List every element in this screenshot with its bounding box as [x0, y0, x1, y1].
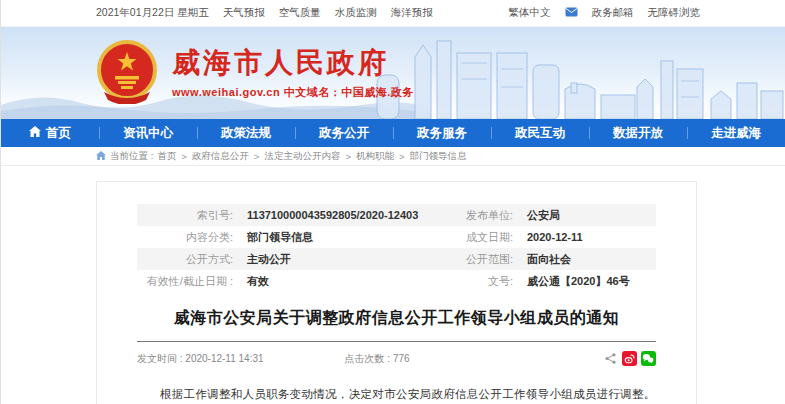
- topbar-right-group: 繁体中文 政务邮箱 无障碍浏览: [509, 6, 701, 20]
- article-meta: 发文时间 : 2020-12-11 14:31 点击次数 : 776: [137, 351, 656, 366]
- nav-item-label: 首页: [46, 125, 71, 142]
- topbar-link-water-quality[interactable]: 水质监测: [335, 6, 377, 20]
- topbar-link-air-quality[interactable]: 空气质量: [279, 6, 321, 20]
- topbar-link-gov-mail[interactable]: 政务邮箱: [592, 6, 634, 20]
- info-label-category: 内容分类:: [137, 230, 247, 245]
- publish-time-value: 2020-12-11 14:31: [185, 353, 263, 364]
- city-skyline-illustration: [375, 39, 785, 119]
- article-panel: 索引号: 113710000043592805/2020-12403 发布单位:…: [96, 181, 697, 404]
- info-value-disclosure-scope: 面向社会: [527, 252, 656, 267]
- nav-item-news[interactable]: 资讯中心: [99, 119, 197, 147]
- breadcrumb-item-gov-info[interactable]: 政府信息公开: [192, 150, 249, 163]
- info-label-validity: 有效性/截止日期 :: [137, 274, 247, 289]
- info-label-date-written: 成文日期:: [432, 230, 527, 245]
- info-label-disclosure-scope: 公开范围:: [432, 252, 527, 267]
- site-name[interactable]: 威海市人民政府: [172, 48, 414, 79]
- publish-time: 发文时间 : 2020-12-11 14:31: [137, 352, 345, 366]
- title-divider: [137, 341, 656, 342]
- breadcrumb-item-statutory-disclosure[interactable]: 法定主动公开内容: [264, 150, 340, 163]
- nav-item-interaction[interactable]: 政民互动: [491, 119, 589, 147]
- info-value-category: 部门领导信息: [247, 230, 432, 245]
- info-value-disclosure-method: 主动公开: [247, 252, 432, 267]
- info-value-issuing-unit: 公安局: [527, 208, 656, 223]
- table-row: 内容分类: 部门领导信息 成文日期: 2020-12-11: [137, 226, 656, 248]
- site-url-line: www.weihai.gov.cn 中文域名：中国威海.政务: [172, 85, 414, 100]
- info-value-doc-number: 威公通【2020】46号: [527, 274, 656, 289]
- nav-item-open-data[interactable]: 数据开放: [589, 119, 687, 147]
- info-label-disclosure-method: 公开方式:: [137, 252, 247, 267]
- document-info-table: 索引号: 113710000043592805/2020-12403 发布单位:…: [137, 204, 656, 292]
- share-icon[interactable]: [603, 351, 618, 366]
- nav-item-services[interactable]: 政务服务: [393, 119, 491, 147]
- nav-item-home[interactable]: 首页: [1, 119, 99, 147]
- breadcrumb-separator: >: [345, 151, 351, 162]
- breadcrumb-separator: >: [181, 151, 187, 162]
- site-header-banner: 威海市人民政府 www.weihai.gov.cn 中文域名：中国威海.政务: [1, 27, 785, 119]
- nav-item-gov-info[interactable]: 政务公开: [295, 119, 393, 147]
- info-value-index-no: 113710000043592805/2020-12403: [247, 209, 432, 221]
- page: 2021年01月22日 星期五 天气预报 空气质量 水质监测 海洋预报 繁体中文…: [0, 0, 785, 404]
- nav-item-label: 政策法规: [221, 125, 271, 142]
- nav-item-label: 资讯中心: [123, 125, 173, 142]
- home-icon: [29, 126, 41, 140]
- click-count: 点击次数 : 776: [345, 352, 553, 366]
- topbar-link-accessibility[interactable]: 无障碍浏览: [648, 6, 701, 20]
- table-row: 索引号: 113710000043592805/2020-12403 发布单位:…: [137, 204, 656, 226]
- nav-item-label: 政务服务: [417, 125, 467, 142]
- breadcrumb-prefix: 当前位置 :: [110, 150, 153, 163]
- wechat-share-icon[interactable]: [641, 351, 656, 366]
- weibo-share-icon[interactable]: [622, 351, 637, 366]
- breadcrumb: 当前位置 : 首页 > 政府信息公开 > 法定主动公开内容 > 机构职能 > 部…: [1, 147, 785, 166]
- table-row: 公开方式: 主动公开 公开范围: 面向社会: [137, 248, 656, 270]
- nav-item-label: 政民互动: [515, 125, 565, 142]
- top-utility-bar: 2021年01月22日 星期五 天气预报 空气质量 水质监测 海洋预报 繁体中文…: [1, 0, 785, 27]
- info-label-doc-number: 文号:: [432, 274, 527, 289]
- nav-item-label: 政务公开: [319, 125, 369, 142]
- info-label-issuing-unit: 发布单位:: [432, 208, 527, 223]
- info-value-validity: 有效: [247, 274, 432, 289]
- nav-item-policies[interactable]: 政策法规: [197, 119, 295, 147]
- mail-icon: [565, 7, 578, 19]
- current-date: 2021年01月22日 星期五: [96, 6, 209, 20]
- click-count-label: 点击次数 :: [345, 353, 391, 364]
- breadcrumb-separator: >: [254, 151, 260, 162]
- nav-item-about-weihai[interactable]: 走进威海: [687, 119, 785, 147]
- main-nav: 首页 资讯中心 政策法规 政务公开 政务服务 政民互动 数据开放 走进威海: [1, 119, 785, 147]
- topbar-link-traditional-chinese[interactable]: 繁体中文: [509, 6, 551, 20]
- info-value-date-written: 2020-12-11: [527, 231, 656, 243]
- table-row: 有效性/截止日期 : 有效 文号: 威公通【2020】46号: [137, 270, 656, 292]
- publish-time-label: 发文时间 :: [137, 353, 183, 364]
- national-emblem-logo: [96, 40, 158, 108]
- site-title-block: 威海市人民政府 www.weihai.gov.cn 中文域名：中国威海.政务: [172, 48, 414, 100]
- breadcrumb-separator: >: [399, 151, 405, 162]
- nav-item-label: 数据开放: [613, 125, 663, 142]
- topbar-link-weather[interactable]: 天气预报: [223, 6, 265, 20]
- topbar-link-ocean-forecast[interactable]: 海洋预报: [391, 6, 433, 20]
- breadcrumb-item-functions[interactable]: 机构职能: [356, 150, 394, 163]
- article-body-paragraph: 根据工作调整和人员职务变动情况，决定对市公安局政府信息公开工作领导小组成员进行调…: [137, 382, 656, 404]
- article-title: 威海市公安局关于调整政府信息公开工作领导小组成员的通知: [137, 308, 656, 329]
- click-count-value: 776: [393, 353, 410, 364]
- breadcrumb-home-icon: [96, 151, 106, 162]
- info-label-index-no: 索引号:: [137, 208, 247, 223]
- breadcrumb-item-dept-leaders[interactable]: 部门领导信息: [410, 150, 467, 163]
- topbar-left-group: 2021年01月22日 星期五 天气预报 空气质量 水质监测 海洋预报: [96, 6, 433, 20]
- site-brand: 威海市人民政府 www.weihai.gov.cn 中文域名：中国威海.政务: [96, 40, 414, 108]
- nav-item-label: 走进威海: [711, 125, 761, 142]
- breadcrumb-item-home[interactable]: 首页: [157, 150, 176, 163]
- share-buttons: [552, 351, 656, 366]
